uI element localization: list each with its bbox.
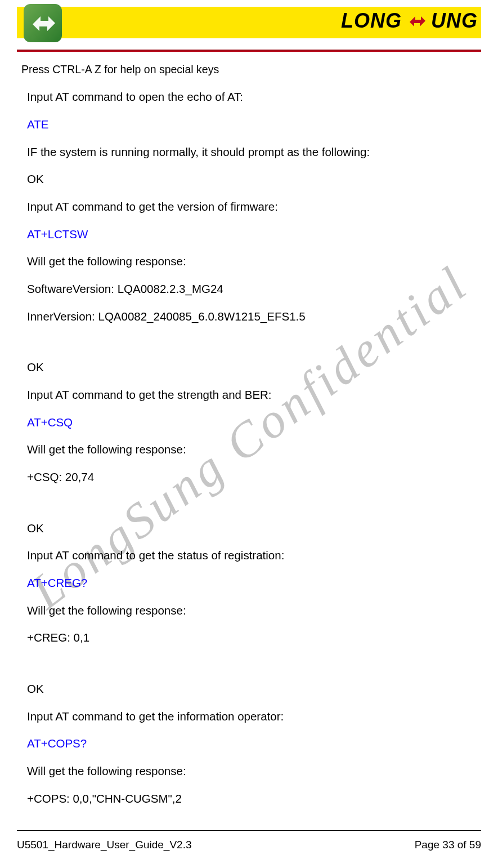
body-text: Input AT command to get the version of f… <box>27 199 475 215</box>
at-command: AT+CREG? <box>27 575 475 591</box>
response-ok: OK <box>27 520 475 536</box>
document-content: Press CTRL-A Z for help on special keys … <box>0 52 498 806</box>
footer-divider <box>17 830 481 831</box>
at-command: AT+LCTSW <box>27 226 475 242</box>
body-text: Input AT command to get the strength and… <box>27 387 475 403</box>
footer-page-number: Page 33 of 59 <box>415 839 481 851</box>
page-header: LONG UNG <box>17 0 481 50</box>
response-ok: OK <box>27 359 475 375</box>
body-text: Input AT command to get the status of re… <box>27 547 475 563</box>
body-text: Will get the following response: <box>27 603 475 618</box>
brand-text-left: LONG <box>341 9 402 33</box>
logo-left-icon <box>21 2 64 44</box>
response-ok: OK <box>27 681 475 697</box>
response-text: SoftwareVersion: LQA0082.2.3_MG24 <box>27 281 475 297</box>
spacer <box>23 336 475 359</box>
brand-text-right: UNG <box>431 9 478 33</box>
body-text: Will get the following response: <box>27 253 475 269</box>
response-ok: OK <box>27 171 475 187</box>
brand-logo: LONG UNG <box>341 9 478 33</box>
footer-doc-name: U5501_Hardware_User_Guide_V2.3 <box>17 839 192 851</box>
spacer <box>23 497 475 520</box>
page-footer: U5501_Hardware_User_Guide_V2.3 Page 33 o… <box>17 830 481 852</box>
brand-center-icon <box>405 10 428 32</box>
response-text: +CSQ: 20,74 <box>27 469 475 485</box>
body-text: Input AT command to get the information … <box>27 709 475 724</box>
help-hint-text: Press CTRL-A Z for help on special keys <box>21 62 475 77</box>
body-text: Will get the following response: <box>27 763 475 779</box>
body-text: Will get the following response: <box>27 442 475 457</box>
body-text: IF the system is running normally, it sh… <box>27 144 475 160</box>
at-command: AT+COPS? <box>27 736 475 751</box>
spacer <box>23 657 475 681</box>
at-command: AT+CSQ <box>27 415 475 430</box>
response-text: +COPS: 0,0,"CHN-CUGSM",2 <box>27 791 475 807</box>
body-text: Input AT command to open the echo of AT: <box>27 89 475 105</box>
response-text: +CREG: 0,1 <box>27 630 475 646</box>
response-text: InnerVersion: LQA0082_240085_6.0.8W1215_… <box>27 309 475 324</box>
at-command: ATE <box>27 117 475 132</box>
